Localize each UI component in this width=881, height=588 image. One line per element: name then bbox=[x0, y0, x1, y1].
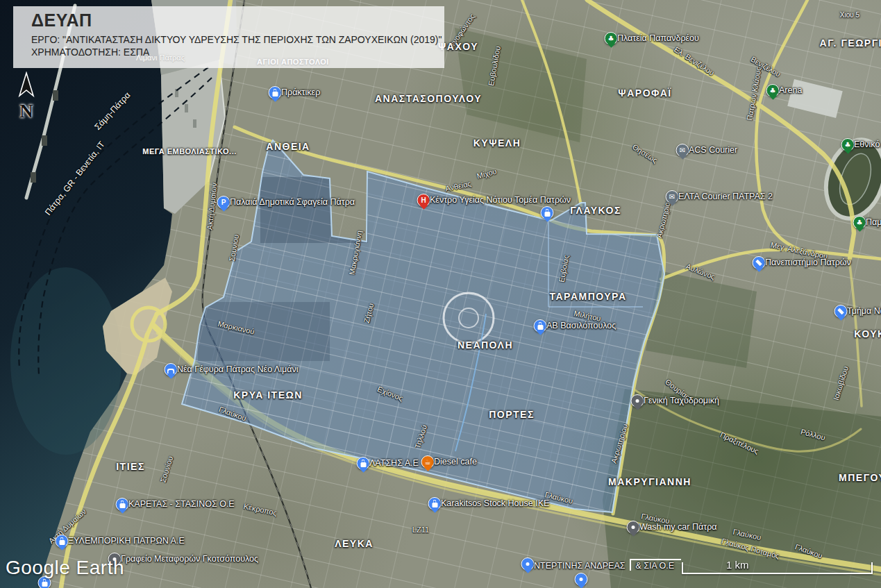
poi-label: ΕΛΤΑ Courier ΠΑΤΡΑΣ 2 bbox=[678, 192, 773, 201]
poi-label: ΛΑΤΣΗΣ Α.Ε bbox=[369, 458, 419, 468]
tree-icon[interactable]: ♣ bbox=[841, 138, 855, 151]
area-label: ΤΑΡΑΜΠΟΥΡΑ bbox=[549, 291, 626, 302]
poi-label: Τμήμα Να bbox=[847, 306, 881, 316]
north-arrow: N bbox=[14, 72, 39, 121]
shopping-bag-icon[interactable] bbox=[541, 206, 554, 219]
project-line: ΕΡΓΟ: "ΑΝΤΙΚΑΤΑΣΤΑΣΗ ΔΙΚΤΥΟΥ ΥΔΡΕΥΣΗΣ ΤΗ… bbox=[31, 34, 444, 45]
parking-icon[interactable]: P bbox=[217, 196, 230, 209]
scale-label: 1 km bbox=[726, 559, 749, 571]
poi-label: Κέντρο Υγείας Νότιου Τομέα Πατρών bbox=[430, 195, 571, 205]
poi-label: ΞΥΛΕΜΠΟΡΙΚΗ ΠΑΤΡΩΝ Α.Ε bbox=[68, 536, 185, 546]
map-canvas[interactable]: ΑΓΙΟΙ ΑΠΟΣΤΟΛΟΙ ΨΑΧΟΥ ΑΝΑΣΤΑΣΟΠΟΥΛΟΥ ΚΥΨ… bbox=[0, 0, 881, 588]
hospital-icon[interactable]: H bbox=[417, 194, 430, 207]
poi-label: Πλατεία Παπανδρέου bbox=[617, 33, 699, 43]
poi-label: Παλαιά Δημοτικά Σφαγεία Πάτρα bbox=[230, 197, 355, 207]
area-label: ΜΕΓΑ ΕΜΒΟΛΙΑΣΤΙΚΟ... bbox=[142, 147, 237, 156]
tree-icon[interactable]: ♣ bbox=[605, 32, 618, 45]
funding-line: ΧΡΗΜΑΤΟΔΟΤΗΣΗ: ΕΣΠΑ bbox=[31, 47, 444, 58]
area-label: ΑΓ. ΓΕΩΡΓΙΟ bbox=[820, 37, 881, 49]
project-title-box: ΔΕΥΑΠ ΕΡΓΟ: "ΑΝΤΙΚΑΤΑΣΤΑΣΗ ΔΙΚΤΥΟΥ ΥΔΡΕΥ… bbox=[13, 6, 444, 68]
area-label: ΚΡΥΑ ΙΤΕΩΝ bbox=[233, 389, 303, 401]
agency-title: ΔΕΥΑΠ bbox=[31, 10, 444, 31]
place-dot-icon[interactable] bbox=[627, 521, 640, 534]
area-label: ΝΕΑΠΟΛΗ bbox=[458, 339, 513, 351]
mail-icon[interactable]: ✉ bbox=[676, 144, 689, 157]
scale-bar: 1 km bbox=[682, 562, 873, 574]
shopping-bag-icon[interactable] bbox=[56, 535, 69, 548]
area-label: ΚΥΨΕΛΗ bbox=[473, 137, 521, 149]
tree-icon[interactable]: ♣ bbox=[853, 216, 866, 229]
shopping-bag-icon[interactable] bbox=[428, 497, 442, 510]
poi-label: Diesel cafe bbox=[434, 457, 477, 467]
poi-label: Παμ bbox=[866, 217, 881, 227]
shopping-bag-icon[interactable] bbox=[269, 86, 282, 99]
area-label: ΙΤΙΕΣ bbox=[116, 461, 145, 472]
poi-label: Εθνικό bbox=[854, 140, 880, 149]
bridge-icon[interactable] bbox=[165, 363, 178, 376]
mail-icon[interactable]: ✉ bbox=[666, 190, 679, 203]
north-letter: N bbox=[14, 102, 39, 121]
area-label: ΓΛΑΥΚΟΣ bbox=[570, 205, 621, 216]
poi-label: Arena bbox=[779, 85, 802, 95]
poi-label: Karakitsos Stock House IKE bbox=[441, 498, 549, 508]
poi-label: Πράκτικερ bbox=[281, 87, 320, 97]
shopping-bag-icon[interactable] bbox=[357, 457, 370, 470]
place-dot-icon[interactable] bbox=[521, 557, 535, 571]
area-label: ΑΝΘΕΙΑ bbox=[266, 141, 310, 152]
poi-label: Γραφείο Μεταφορών Γκοτσόπουλος bbox=[121, 554, 258, 564]
poi-label: Πανεπιστήμιο Πατρών bbox=[765, 258, 851, 267]
tree-icon[interactable]: ♣ bbox=[766, 84, 780, 97]
poi-label: ΚΑΡΕΤΑΣ - ΣΤΑΣΙΝΟΣ Ο.Ε bbox=[128, 499, 235, 509]
area-label: ΜΑΚΡΥΓΙΑΝΝΗ bbox=[608, 476, 691, 487]
north-arrow-icon bbox=[14, 72, 39, 98]
area-label: ΑΝΑΣΤΑΣΟΠΟΥΛΟΥ bbox=[375, 93, 482, 104]
place-dot-icon[interactable] bbox=[575, 573, 588, 586]
area-label: ΨΑΡΟΦΑΪ bbox=[618, 87, 671, 99]
shopping-bag-icon[interactable] bbox=[116, 498, 129, 511]
street-number-label: Χιου 5 bbox=[840, 11, 859, 19]
road-label: LZ11 bbox=[412, 526, 429, 534]
poi-label: Νέα Γέφυρα Πάτρας Νέο Λιμάνι bbox=[177, 364, 298, 374]
poi-label: Wash my car Πάτρα bbox=[639, 522, 716, 532]
area-label: ΠΟΡΤΕΣ bbox=[489, 409, 535, 420]
poi-label-secondary: & ΣΙΑ Ο.Ε bbox=[630, 559, 681, 571]
area-label: ΚΟΥΚ bbox=[854, 328, 881, 339]
graduation-cap-icon[interactable] bbox=[753, 256, 766, 269]
graduation-cap-icon[interactable] bbox=[834, 305, 848, 318]
google-earth-logo: Google Earth bbox=[6, 557, 124, 579]
area-label: ΛΕΥΚΑ bbox=[335, 538, 374, 549]
poi-label: Γενική Ταχυδρομική bbox=[644, 396, 719, 405]
olive-grove-area bbox=[603, 389, 881, 588]
area-label: ΜΠΕΓΟΥΛ bbox=[839, 472, 881, 483]
poi-label: ΝΤΕΡΤΙΝΗΣ ΑΝΔΡΕΑΣ& ΣΙΑ Ο.Ε bbox=[534, 559, 681, 571]
shallow-water bbox=[10, 267, 121, 455]
poi-label: ACS Courier bbox=[689, 145, 737, 155]
coffee-icon[interactable]: ☕ bbox=[421, 455, 435, 469]
place-dot-icon[interactable] bbox=[631, 394, 644, 408]
poi-label: ΑΒ Βασιλόπουλος bbox=[546, 321, 616, 330]
shopping-cart-icon[interactable] bbox=[534, 319, 547, 333]
